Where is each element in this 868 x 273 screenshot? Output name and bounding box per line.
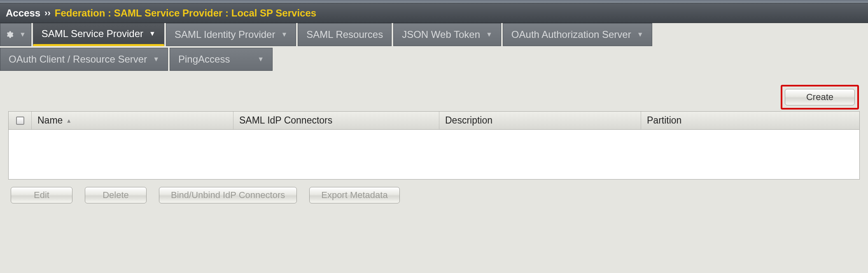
create-button[interactable]: Create — [785, 89, 855, 105]
bind-unbind-idp-button[interactable]: Bind/Unbind IdP Connectors — [159, 187, 297, 203]
gear-icon — [5, 30, 14, 39]
column-label: Description — [445, 115, 492, 126]
chevron-down-icon: ▼ — [149, 30, 156, 37]
column-saml-idp-connectors[interactable]: SAML IdP Connectors — [233, 112, 439, 129]
tab-label: SAML Service Provider — [42, 28, 143, 40]
tab-saml-identity-provider[interactable]: SAML Identity Provider ▼ — [166, 23, 296, 46]
tab-label: SAML Identity Provider — [175, 29, 275, 40]
content-area: Create Name ▲ SAML IdP Connectors Descri… — [0, 72, 868, 212]
tab-label: OAuth Client / Resource Server — [9, 54, 147, 65]
table-header: Name ▲ SAML IdP Connectors Description P… — [9, 112, 859, 130]
breadcrumb: Access ›› Federation : SAML Service Prov… — [0, 3, 868, 23]
action-row: Edit Delete Bind/Unbind IdP Connectors E… — [8, 187, 860, 203]
breadcrumb-path: Federation : SAML Service Provider : Loc… — [55, 7, 316, 19]
gear-menu[interactable]: ▼ — [0, 23, 31, 46]
delete-button[interactable]: Delete — [85, 187, 147, 203]
column-label: Partition — [647, 115, 681, 126]
tab-label: JSON Web Token — [402, 29, 480, 40]
tab-row-1: ▼ SAML Service Provider ▼ SAML Identity … — [0, 23, 868, 48]
breadcrumb-separator: ›› — [44, 8, 51, 19]
tab-saml-resources[interactable]: SAML Resources — [298, 23, 392, 46]
tab-label: OAuth Authorization Server — [511, 29, 631, 40]
table-body-empty — [9, 130, 859, 179]
column-partition[interactable]: Partition — [641, 112, 859, 129]
export-metadata-button[interactable]: Export Metadata — [309, 187, 399, 203]
select-all-column[interactable] — [9, 112, 32, 129]
create-highlight: Create — [781, 85, 859, 110]
chevron-down-icon: ▼ — [153, 56, 159, 63]
tab-label: PingAccess — [178, 54, 230, 65]
tab-oauth-authorization-server[interactable]: OAuth Authorization Server ▼ — [503, 23, 652, 46]
tab-json-web-token[interactable]: JSON Web Token ▼ — [393, 23, 501, 46]
sp-services-table: Name ▲ SAML IdP Connectors Description P… — [8, 111, 860, 180]
select-all-checkbox[interactable] — [16, 117, 24, 125]
chevron-down-icon: ▼ — [257, 56, 264, 63]
chevron-down-icon: ▼ — [281, 31, 287, 38]
tab-saml-service-provider[interactable]: SAML Service Provider ▼ — [33, 23, 164, 46]
tab-pingaccess[interactable]: PingAccess ▼ — [170, 48, 273, 71]
column-description[interactable]: Description — [439, 112, 641, 129]
column-label: SAML IdP Connectors — [239, 115, 332, 126]
tab-label: SAML Resources — [306, 29, 383, 40]
column-name[interactable]: Name ▲ — [32, 112, 233, 129]
sort-asc-icon: ▲ — [66, 117, 72, 124]
tab-bar: ▼ SAML Service Provider ▼ SAML Identity … — [0, 23, 868, 72]
window-top-divider — [0, 0, 868, 3]
chevron-down-icon: ▼ — [637, 31, 644, 38]
tab-oauth-client-resource-server[interactable]: OAuth Client / Resource Server ▼ — [0, 48, 168, 71]
create-row: Create — [8, 85, 860, 110]
tab-row-2: OAuth Client / Resource Server ▼ PingAcc… — [0, 48, 868, 72]
edit-button[interactable]: Edit — [11, 187, 72, 203]
chevron-down-icon: ▼ — [19, 31, 26, 38]
column-label: Name — [37, 115, 63, 126]
chevron-down-icon: ▼ — [486, 31, 492, 38]
breadcrumb-root[interactable]: Access — [6, 7, 40, 19]
